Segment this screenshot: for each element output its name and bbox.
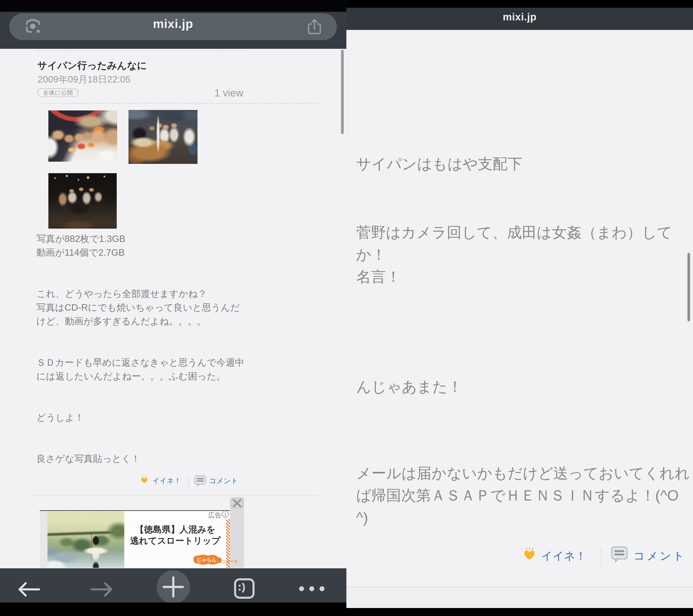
svg-text:じゃらん: じゃらん [197, 557, 217, 562]
svg-text:ニュース: ニュース [222, 559, 238, 564]
